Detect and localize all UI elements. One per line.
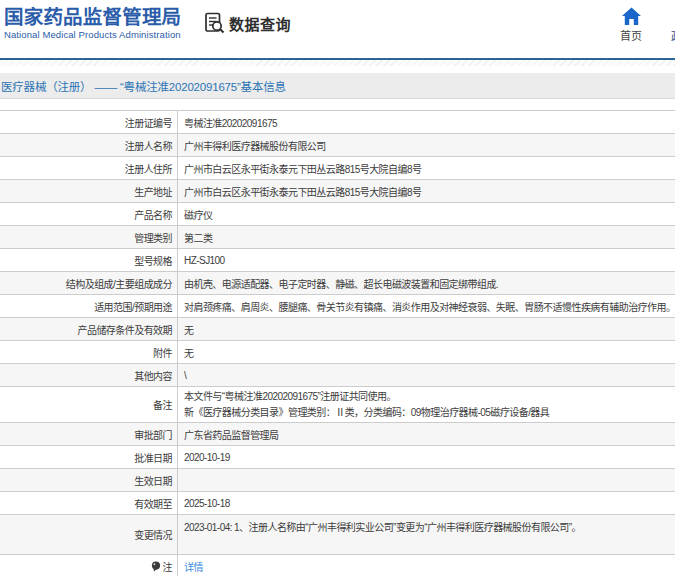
row-label: 管理类别 [0,226,178,248]
row-value: 粤械注准20202091675 [178,111,675,133]
logo-subtitle: National Medical Products Administration [4,29,181,41]
table-row: 批准日期 2020-10-19 [0,446,675,469]
row-value: 广州市白云区永平街永泰元下田丛云路815号大院自编8号 [178,180,675,202]
nav-item-home[interactable]: 首页 [613,7,649,43]
row-value [178,469,675,491]
row-label-text: 注 [163,559,172,574]
breadcrumb: 医疗器械（注册） —— “粤械注准20202091675”基本信息 [0,78,286,94]
registration-info-table: 注册证编号 粤械注准20202091675 注册人名称 广州丰得利医疗器械股份有… [0,110,675,576]
table-row: 审批部门 广东省药品监督管理局 [0,423,675,446]
row-value: 广东省药品监督管理局 [178,423,675,445]
row-label: 备注 [0,387,178,422]
table-row: 备注 本文件与“粤械注准20202091675”注册证共同使用。 新《医疗器械分… [0,387,675,423]
table-row: 产品储存条件及有效期 无 [0,318,675,341]
details-link[interactable]: 详情 [184,559,203,574]
table-row: 注册证编号 粤械注准20202091675 [0,111,675,134]
document-search-icon [204,12,226,34]
breadcrumb-bar: 医疗器械（注册） —— “粤械注准20202091675”基本信息 [0,73,675,99]
row-value: 广州市白云区永平街永泰元下田丛云路815号大院自编8号 [178,157,675,179]
table-row: 注册人住所 广州市白云区永平街永泰元下田丛云路815号大院自编8号 [0,157,675,180]
row-label: 型号规格 [0,249,178,271]
row-label: 产品名称 [0,203,178,225]
row-label: 注册人名称 [0,134,178,156]
nmpa-logo: 国家药品监督管理局 National Medical Products Admi… [4,6,181,41]
row-label: 注册证编号 [0,111,178,133]
row-label: 注册人住所 [0,157,178,179]
table-row: 型号规格 HZ-SJ100 [0,249,675,272]
row-value: 详情 [178,555,675,576]
nav-item-partial[interactable]: 政 [671,28,675,44]
table-row: 其他内容 \ [0,364,675,387]
row-value: 无 [178,318,675,340]
data-query-title: 数据查询 [229,13,291,34]
row-value: 广州丰得利医疗器械股份有限公司 [178,134,675,156]
table-row: 结构及组成/主要组成成分 由机壳、电源适配器、电子定时器、静磁、超长电磁波装置和… [0,272,675,295]
table-row: 管理类别 第二类 [0,226,675,249]
table-row: 附件 无 [0,341,675,364]
row-label: 其他内容 [0,364,178,386]
row-value: \ [178,364,675,386]
table-row: 变更情况 2023-01-04: 1、注册人名称由“广州丰得利实业公司”变更为“… [0,515,675,555]
nav-home-label: 首页 [613,27,649,43]
row-label: 产品储存条件及有效期 [0,318,178,340]
row-label: 有效期至 [0,492,178,514]
row-value: 由机壳、电源适配器、电子定时器、静磁、超长电磁波装置和固定绑带组成. [178,272,675,294]
table-row: 有效期至 2025-10-18 [0,492,675,515]
table-row: 适用范围/预期用途 对肩颈疼痛、肩周炎、腰腿痛、骨关节炎有镇痛、消炎作用及对神经… [0,295,675,318]
header-hatch-strip [0,60,675,66]
row-label: 变更情况 [0,515,178,554]
row-label: 审批部门 [0,423,178,445]
row-label: 注 [0,555,178,576]
row-value: 无 [178,341,675,363]
table-row: 生效日期 [0,469,675,492]
row-label: 批准日期 [0,446,178,468]
row-value: 对肩颈疼痛、肩周炎、腰腿痛、骨关节炎有镇痛、消炎作用及对神经衰弱、失眠、胃肠不适… [178,295,675,317]
row-value: 2020-10-19 [178,446,675,468]
row-value: 磁疗仪 [178,203,675,225]
table-row: 生产地址 广州市白云区永平街永泰元下田丛云路815号大院自编8号 [0,180,675,203]
row-label: 生产地址 [0,180,178,202]
row-label: 附件 [0,341,178,363]
row-value: 本文件与“粤械注准20202091675”注册证共同使用。 新《医疗器械分类目录… [178,387,675,422]
note-comment-icon [151,561,161,572]
site-header: 国家药品监督管理局 National Medical Products Admi… [0,0,675,60]
row-value: 第二类 [178,226,675,248]
row-label: 适用范围/预期用途 [0,295,178,317]
row-label: 生效日期 [0,469,178,491]
row-value: HZ-SJ100 [178,249,675,271]
table-row: 注册人名称 广州丰得利医疗器械股份有限公司 [0,134,675,157]
table-row: 注 详情 [0,555,675,576]
home-icon [622,7,641,25]
row-label: 结构及组成/主要组成成分 [0,272,178,294]
row-value: 2023-01-04: 1、注册人名称由“广州丰得利实业公司”变更为“广州丰得利… [178,515,675,554]
table-row: 产品名称 磁疗仪 [0,203,675,226]
row-value: 2025-10-18 [178,492,675,514]
logo-title: 国家药品监督管理局 [4,6,181,28]
data-query-section: 数据查询 [204,12,291,34]
